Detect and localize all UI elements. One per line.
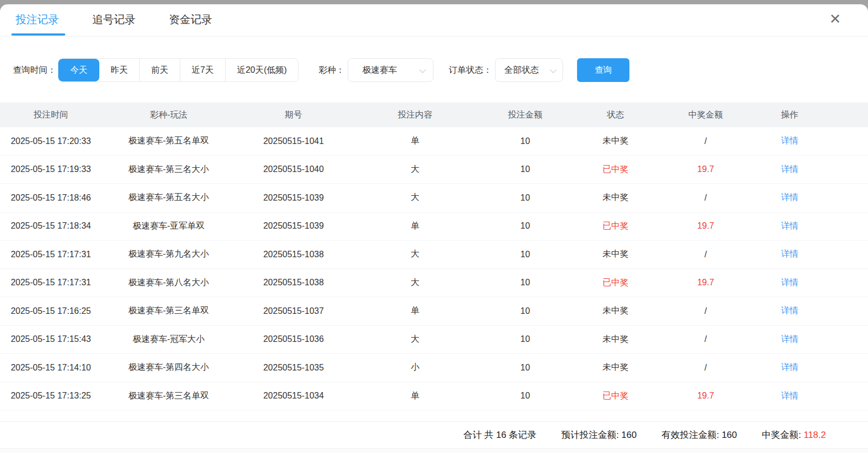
cell-status: 未中奖 (572, 334, 659, 345)
cell-bet-amount: 10 (479, 193, 572, 203)
cell-bet-time: 2025-05-15 17:20:33 (0, 136, 101, 146)
cell-bet-content: 大 (351, 164, 478, 175)
cell-lottery-play: 极速赛车-第八名大小 (101, 277, 235, 289)
detail-link[interactable]: 详情 (781, 278, 798, 287)
detail-link[interactable]: 详情 (781, 334, 798, 344)
column-header-3: 投注内容 (351, 109, 478, 121)
cell-action: 详情 (752, 192, 827, 203)
cell-issue-number: 20250515-1038 (235, 278, 351, 287)
table-row: 2025-05-15 17:19:33极速赛车-第三名大小20250515-10… (0, 156, 868, 184)
cell-status: 已中奖 (572, 221, 659, 232)
detail-link[interactable]: 详情 (781, 306, 798, 315)
lottery-select-value: 极速赛车 (362, 65, 397, 76)
cell-action: 详情 (752, 362, 827, 373)
column-header-6: 中奖金额 (659, 109, 752, 121)
cell-bet-time: 2025-05-15 17:17:31 (0, 278, 101, 287)
detail-link[interactable]: 详情 (781, 362, 798, 372)
cell-bet-time: 2025-05-15 17:15:43 (0, 334, 101, 344)
cell-prize-amount: 19.7 (659, 221, 752, 231)
time-filter-option-4[interactable]: 近20天(低频) (225, 59, 298, 81)
cell-bet-content: 小 (351, 362, 478, 373)
time-filter-option-2[interactable]: 前天 (139, 59, 180, 81)
cell-lottery-play: 极速赛车-第三名单双 (101, 305, 235, 317)
order-status-select[interactable]: 全部状态 (495, 58, 563, 82)
summary-prize: 中奖金额: 118.2 (762, 429, 826, 441)
table-row: 2025-05-15 17:18:34极速赛车-亚军单双20250515-103… (0, 212, 868, 241)
cell-bet-content: 单 (351, 305, 478, 317)
tab-bet-records[interactable]: 投注记录 (16, 4, 59, 37)
summary-valid-amount: 有效投注金额: 160 (661, 429, 737, 441)
table-body: 2025-05-15 17:20:33极速赛车-第五名单双20250515-10… (0, 127, 868, 410)
cell-action: 详情 (752, 277, 827, 289)
cell-prize-amount: 19.7 (659, 391, 752, 401)
table-row: 2025-05-15 17:16:25极速赛车-第三名单双20250515-10… (0, 297, 868, 326)
lottery-label: 彩种： (318, 65, 344, 76)
cell-status: 已中奖 (572, 390, 659, 402)
cell-lottery-play: 极速赛车-第三名大小 (101, 164, 235, 175)
cell-bet-content: 单 (351, 390, 478, 402)
cell-bet-amount: 10 (479, 363, 572, 373)
cell-status: 已中奖 (572, 277, 659, 289)
cell-issue-number: 20250515-1040 (235, 164, 351, 174)
cell-issue-number: 20250515-1041 (235, 136, 351, 146)
table-row: 2025-05-15 17:20:33极速赛车-第五名单双20250515-10… (0, 127, 868, 156)
cell-bet-amount: 10 (479, 306, 572, 316)
cell-issue-number: 20250515-1039 (235, 221, 351, 231)
time-filter-option-0[interactable]: 今天 (58, 59, 99, 81)
tab-fund-records[interactable]: 资金记录 (169, 4, 212, 37)
table-row: 2025-05-15 17:18:46极速赛车-第五名大小20250515-10… (0, 184, 868, 212)
cell-prize-amount: / (659, 136, 752, 146)
cell-issue-number: 20250515-1035 (235, 363, 351, 373)
cell-bet-time: 2025-05-15 17:18:46 (0, 193, 101, 203)
column-header-1: 彩种-玩法 (101, 109, 235, 121)
summary-bar: 合计 共 16 条记录 预计投注金额: 160 有效投注金额: 160 中奖金额… (0, 421, 868, 449)
detail-link[interactable]: 详情 (781, 136, 798, 145)
cell-bet-content: 大 (351, 192, 478, 203)
detail-link[interactable]: 详情 (781, 193, 798, 202)
column-header-0: 投注时间 (0, 109, 101, 121)
cell-bet-content: 大 (351, 249, 478, 260)
cell-bet-time: 2025-05-15 17:14:10 (0, 363, 101, 373)
cell-action: 详情 (752, 221, 827, 232)
cell-bet-amount: 10 (479, 221, 572, 231)
cell-prize-amount: / (659, 363, 752, 373)
detail-link[interactable]: 详情 (781, 249, 798, 258)
cell-bet-amount: 10 (479, 278, 572, 287)
cell-bet-time: 2025-05-15 17:13:25 (0, 391, 101, 401)
tab-bar: 投注记录 追号记录 资金记录 ✕ (0, 4, 868, 37)
cell-bet-content: 大 (351, 277, 478, 289)
cell-issue-number: 20250515-1038 (235, 250, 351, 259)
cell-bet-content: 单 (351, 221, 478, 232)
table-row: 2025-05-15 17:15:43极速赛车-冠军大小20250515-103… (0, 326, 868, 354)
query-button[interactable]: 查询 (577, 58, 629, 82)
cell-action: 详情 (752, 164, 827, 175)
time-filter-option-3[interactable]: 近7天 (180, 59, 225, 81)
cell-action: 详情 (752, 249, 827, 260)
spacer (0, 410, 868, 421)
tab-chase-records[interactable]: 追号记录 (92, 4, 135, 37)
detail-link[interactable]: 详情 (781, 164, 798, 174)
query-time-label: 查询时间： (13, 65, 56, 76)
cell-lottery-play: 极速赛车-第四名大小 (101, 362, 235, 373)
cell-status: 已中奖 (572, 164, 659, 175)
records-modal: 投注记录 追号记录 资金记录 ✕ 查询时间： 今天昨天前天近7天近20天(低频)… (0, 4, 868, 453)
order-status-label: 订单状态： (449, 65, 492, 76)
cell-issue-number: 20250515-1036 (235, 334, 351, 344)
time-filter-option-1[interactable]: 昨天 (99, 59, 139, 81)
cell-bet-amount: 10 (479, 164, 572, 174)
cell-prize-amount: / (659, 193, 752, 203)
cell-status: 未中奖 (572, 192, 659, 203)
detail-link[interactable]: 详情 (781, 391, 798, 400)
cell-bet-time: 2025-05-15 17:17:31 (0, 250, 101, 259)
close-icon[interactable]: ✕ (829, 12, 841, 26)
detail-link[interactable]: 详情 (781, 221, 798, 230)
summary-total: 合计 共 16 条记录 (464, 429, 537, 441)
cell-prize-amount: / (659, 306, 752, 316)
cell-bet-time: 2025-05-15 17:16:25 (0, 306, 101, 316)
lottery-select[interactable]: 极速赛车 (348, 58, 433, 82)
cell-lottery-play: 极速赛车-冠军大小 (101, 334, 235, 345)
order-status-select-value: 全部状态 (504, 65, 539, 76)
cell-issue-number: 20250515-1039 (235, 193, 351, 203)
cell-status: 未中奖 (572, 362, 659, 373)
cell-bet-time: 2025-05-15 17:19:33 (0, 164, 101, 174)
